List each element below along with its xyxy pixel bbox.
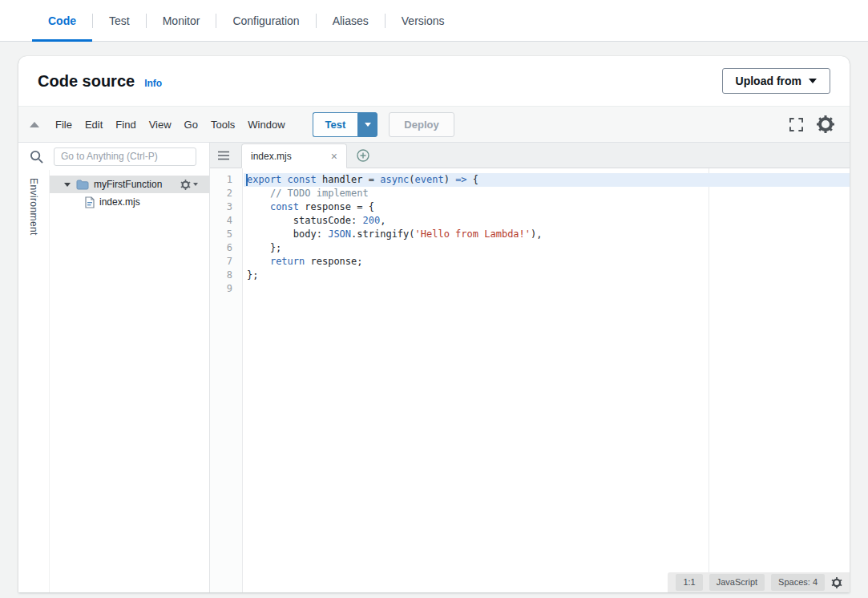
code-line-8[interactable]: };: [244, 269, 850, 282]
code-line-1[interactable]: export const handler = async(event) => {: [244, 173, 850, 187]
code-token: 200: [363, 215, 381, 226]
fullscreen-icon: [789, 118, 803, 131]
statusbar-settings-button[interactable]: [831, 577, 842, 588]
menu-edit[interactable]: Edit: [79, 119, 109, 131]
menu-file[interactable]: File: [49, 119, 79, 131]
gear-icon[interactable]: [180, 180, 191, 190]
code-token: };: [247, 242, 281, 253]
language-mode[interactable]: JavaScript: [709, 574, 765, 591]
info-link[interactable]: Info: [144, 78, 162, 89]
code-text-area[interactable]: export const handler = async(event) => {…: [244, 168, 850, 592]
test-button[interactable]: Test: [313, 112, 358, 137]
environment-tab[interactable]: Environment: [28, 178, 39, 592]
menu-go[interactable]: Go: [178, 119, 204, 131]
chevron-down-icon[interactable]: [193, 183, 198, 186]
line-number: 6: [210, 241, 242, 255]
tree-row-folder[interactable]: myFirstFunction: [50, 176, 209, 193]
upload-from-label: Upload from: [736, 75, 801, 87]
line-number: 1: [210, 173, 242, 187]
new-tab-button[interactable]: [357, 149, 369, 162]
editor-status-bar: 1:1 JavaScript Spaces: 4: [668, 572, 850, 592]
text-cursor: [246, 174, 248, 186]
code-line-5[interactable]: body: JSON.stringify('Hello from Lambda!…: [244, 228, 850, 241]
code-token: export: [247, 174, 281, 185]
code-token: .stringify(: [351, 228, 414, 240]
test-dropdown-button[interactable]: [357, 112, 377, 137]
editor-pane: index.mjs × 123456789 export const handl…: [210, 143, 850, 592]
code-token: async: [380, 174, 409, 185]
menu-window[interactable]: Window: [241, 119, 291, 131]
upload-from-button[interactable]: Upload from: [722, 68, 830, 94]
file-name: index.mjs: [99, 196, 140, 208]
code-source-panel: Code source Info Upload from FileEditFin…: [18, 56, 850, 592]
search-button[interactable]: [30, 150, 43, 164]
code-token: response = {: [299, 201, 374, 212]
tree-row-file[interactable]: index.mjs: [50, 193, 209, 211]
tab-list-icon: [218, 151, 229, 160]
code-token: ,: [380, 215, 386, 226]
code-token: };: [247, 269, 258, 281]
code-token: ): [444, 174, 455, 185]
code-token: body:: [247, 228, 328, 240]
menu-tools[interactable]: Tools: [204, 119, 241, 131]
code-token: 'Hello from Lambda!': [415, 228, 531, 240]
code-token: statusCode:: [247, 215, 363, 226]
code-line-4[interactable]: statusCode: 200,: [244, 214, 850, 228]
ide-menus: FileEditFindViewGoToolsWindow: [49, 119, 292, 131]
code-line-7[interactable]: return response;: [244, 255, 850, 269]
nav-tab-aliases[interactable]: Aliases: [317, 0, 385, 41]
deploy-button: Deploy: [389, 112, 454, 137]
console-tab-bar: CodeTestMonitorConfigurationAliasesVersi…: [0, 0, 868, 42]
environment-tab-strip: Environment: [18, 170, 50, 592]
ide-menubar: FileEditFindViewGoToolsWindow Test Deplo…: [18, 106, 850, 143]
page-title: Code source: [38, 72, 135, 91]
line-number: 2: [210, 187, 242, 200]
nav-tab-configuration[interactable]: Configuration: [216, 0, 315, 41]
code-token: const: [288, 174, 317, 185]
menu-view[interactable]: View: [143, 119, 178, 131]
line-number: 5: [210, 228, 242, 241]
file-tree: myFirstFunction: [50, 170, 209, 592]
nav-tab-monitor[interactable]: Monitor: [147, 0, 216, 41]
cursor-position[interactable]: 1:1: [676, 574, 702, 591]
code-token: [247, 201, 270, 212]
line-number-gutter: 123456789: [210, 168, 243, 592]
file-sidebar: Environment myFirstFunction: [18, 143, 210, 592]
code-token: handler =: [317, 174, 380, 185]
code-token: response;: [305, 256, 362, 267]
code-token: [281, 174, 287, 185]
code-line-3[interactable]: const response = {: [244, 200, 850, 214]
code-token: [247, 188, 270, 199]
indentation-setting[interactable]: Spaces: 4: [771, 574, 825, 591]
code-token: {: [467, 174, 478, 185]
tree-expand-icon[interactable]: [64, 183, 71, 187]
nav-tab-versions[interactable]: Versions: [386, 0, 461, 41]
test-split-button[interactable]: Test: [313, 112, 378, 137]
nav-tab-test[interactable]: Test: [93, 0, 146, 41]
editor-tab-index-mjs[interactable]: index.mjs ×: [241, 143, 347, 168]
fullscreen-button[interactable]: [789, 118, 803, 131]
code-line-6[interactable]: };: [244, 241, 850, 255]
code-token: JSON: [328, 228, 351, 240]
line-number: 7: [210, 255, 242, 269]
collapse-panel-icon[interactable]: [30, 122, 39, 127]
nav-tab-code[interactable]: Code: [32, 0, 92, 41]
goto-anything-input[interactable]: [54, 147, 196, 166]
code-line-2[interactable]: // TODO implement: [244, 187, 850, 200]
search-icon: [30, 150, 43, 164]
code-line-9[interactable]: [244, 282, 850, 296]
chevron-down-icon: [365, 123, 371, 127]
editor-tab-strip: index.mjs ×: [210, 143, 850, 168]
tab-list-button[interactable]: [218, 151, 229, 160]
chevron-down-icon: [809, 79, 817, 83]
file-icon: [85, 196, 95, 208]
gear-icon: [831, 577, 842, 588]
menu-find[interactable]: Find: [109, 119, 142, 131]
line-number: 3: [210, 200, 242, 214]
folder-name: myFirstFunction: [94, 179, 162, 190]
code-token: (: [409, 174, 414, 185]
close-icon[interactable]: ×: [331, 151, 337, 162]
code-editor[interactable]: 123456789 export const handler = async(e…: [210, 168, 850, 592]
editor-settings-button[interactable]: [816, 115, 835, 134]
folder-icon: [76, 180, 89, 190]
